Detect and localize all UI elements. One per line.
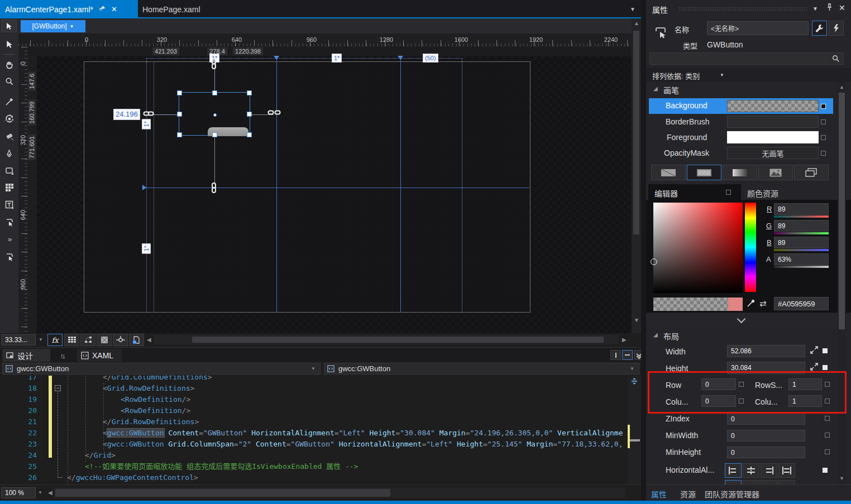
row-marker-icon[interactable] — [142, 185, 146, 190]
close-tab-icon[interactable]: ✕ — [111, 5, 117, 13]
tab-homepage[interactable]: HomePage.xaml — [138, 0, 222, 18]
borderbrush-swatch[interactable] — [727, 116, 819, 128]
background-swatch[interactable] — [727, 100, 819, 112]
gradient-brush-button[interactable] — [723, 165, 757, 180]
null-brush-button[interactable] — [651, 165, 686, 180]
pen-tool-icon[interactable] — [0, 146, 18, 161]
arrange-by-bar[interactable]: 排列依据: 类别 ▼ — [646, 68, 851, 82]
snapping-button[interactable] — [97, 334, 112, 346]
scroll-down-icon[interactable]: ▼ — [839, 476, 844, 481]
code-line[interactable]: </Grid> — [85, 450, 116, 461]
grid-row-line[interactable] — [144, 188, 529, 188]
vscroll-thumb-line[interactable] — [630, 439, 640, 441]
height-property-marker[interactable] — [823, 365, 828, 370]
zoom-dropdown-icon[interactable]: ▼ — [39, 338, 43, 342]
grid-column-line[interactable] — [276, 58, 277, 313]
resize-handle[interactable] — [212, 90, 217, 95]
blue-channel-input[interactable]: 89 — [774, 237, 829, 248]
scroll-up-icon[interactable]: ▲ — [634, 21, 639, 26]
halign-property-marker[interactable] — [823, 468, 828, 473]
brush-resource-button[interactable] — [794, 165, 829, 180]
resize-handle[interactable] — [247, 112, 252, 117]
valign-stretch-button[interactable] — [778, 480, 795, 484]
code-line[interactable]: <gwcc:GWButton Grid.ColumnSpan="2" Conte… — [103, 439, 623, 450]
resize-handle[interactable] — [177, 90, 182, 95]
opacitymask-swatch[interactable]: 无画笔 — [727, 147, 819, 159]
editor-hscroll-track[interactable] — [54, 488, 625, 498]
selected-gwbutton[interactable] — [179, 92, 250, 136]
margin-value-label[interactable]: 24.196 — [113, 109, 140, 120]
valign-bottom-button[interactable] — [761, 480, 777, 484]
tab-properties[interactable]: 属性 — [651, 488, 667, 500]
hue-strip[interactable] — [745, 203, 756, 292]
selection-tool-button[interactable] — [1, 20, 17, 32]
code-line[interactable]: <Grid.RowDefinitions> — [103, 383, 194, 394]
row-size-label[interactable]: 1* — [142, 119, 151, 129]
alpha-preview-strip[interactable] — [653, 297, 728, 311]
anchor-chain-right-broken-icon[interactable] — [269, 110, 281, 117]
eyedropper-icon[interactable] — [747, 299, 756, 310]
pin-icon[interactable] — [826, 3, 833, 14]
minheight-input[interactable]: 0 — [727, 447, 805, 458]
scroll-up-icon[interactable]: ▲ — [839, 85, 844, 90]
hex-color-input[interactable]: #A0595959 — [774, 297, 829, 310]
effects-fx-button[interactable]: fx — [47, 334, 63, 346]
editor-hscroll-thumb[interactable] — [55, 489, 390, 497]
fold-toggle[interactable]: − — [55, 385, 61, 391]
show-grid-button[interactable] — [64, 334, 79, 346]
more-tools-icon[interactable]: » — [0, 231, 18, 247]
resize-handle[interactable] — [247, 132, 252, 137]
tab-team-explorer[interactable]: 团队资源管理器 — [705, 488, 759, 500]
solid-brush-button[interactable] — [687, 165, 721, 180]
anchor-chain-bottom-icon[interactable] — [211, 183, 218, 194]
tab-design[interactable]: 设计 — [2, 349, 50, 362]
width-input[interactable]: 52.086 — [727, 345, 805, 357]
rectangle-tool-icon[interactable] — [0, 163, 18, 179]
pan-tool-icon[interactable] — [0, 57, 18, 73]
section-expander-icon[interactable]: ◢ — [653, 332, 658, 338]
designer-vscrollbar[interactable]: ▲ ▼ — [632, 18, 641, 333]
alpha-channel-input[interactable]: 63% — [774, 253, 829, 265]
editor-tab-marker[interactable] — [726, 190, 731, 195]
column-marker-icon[interactable] — [398, 56, 403, 60]
panel-vscrollbar[interactable]: ▲ ▼ — [838, 83, 846, 484]
column-size-label[interactable]: 1* — [332, 54, 342, 63]
horizontal-split-button[interactable] — [622, 350, 633, 360]
document-list-dropdown-icon[interactable]: ▼ — [630, 7, 635, 12]
background-property-marker[interactable] — [821, 104, 826, 109]
editor-hscroll-left-icon[interactable]: ◀ — [48, 490, 52, 496]
halign-right-button[interactable] — [761, 463, 777, 478]
section-collapse-button[interactable] — [646, 314, 836, 328]
saturation-cursor[interactable] — [651, 258, 657, 265]
pointer-tool-icon[interactable] — [0, 36, 18, 52]
align-to-guides-button[interactable] — [113, 334, 128, 346]
breadcrumb-left-pane[interactable]: gwcc:GWButton ▼ — [2, 363, 321, 375]
foreground-swatch[interactable] — [727, 131, 819, 143]
tab-alarmcenterpage[interactable]: AlarmCenterPage1.xaml* ✕ — [0, 0, 138, 18]
property-search-box[interactable] — [649, 52, 844, 65]
panel-scroll-thumb[interactable] — [839, 93, 845, 329]
zindex-property-marker[interactable] — [825, 416, 830, 421]
grid-column-line[interactable] — [400, 58, 401, 313]
red-channel-input[interactable]: 89 — [774, 203, 829, 215]
tab-editor[interactable]: 编辑器 — [648, 184, 741, 200]
breadcrumb-dropdown-icon[interactable]: ▼ — [311, 367, 315, 371]
hscroll-thumb[interactable] — [192, 337, 604, 343]
valign-center-button[interactable] — [743, 480, 759, 484]
code-line[interactable]: <!--如果要使用页面缩放功能 组态完成后需要勾选IsViewboxEnable… — [85, 461, 358, 472]
row-size-label[interactable]: 1* — [142, 243, 151, 253]
minheight-property-marker[interactable] — [825, 449, 830, 454]
editor-zoom-dropdown-icon[interactable]: ▼ — [38, 491, 42, 495]
code-line[interactable]: </gwccHu:GWPageContentControl> — [67, 472, 198, 483]
code-line[interactable]: <gwcc:GWButton Content="GWButton" Horizo… — [103, 428, 623, 439]
editor-zoom-select[interactable]: 100 % — [1, 487, 36, 498]
resize-handle[interactable] — [177, 132, 182, 137]
eraser-tool-icon[interactable] — [0, 128, 18, 144]
width-property-marker[interactable] — [823, 348, 828, 353]
properties-title-bar[interactable]: 属性 ▼ ✕ — [646, 0, 851, 17]
tab-resources[interactable]: 资源 — [680, 488, 696, 500]
control-tool-icon[interactable] — [0, 214, 18, 230]
zoom-tool-icon[interactable] — [0, 74, 18, 89]
resize-handle[interactable] — [177, 112, 182, 117]
snap-grid-button[interactable] — [80, 334, 95, 346]
